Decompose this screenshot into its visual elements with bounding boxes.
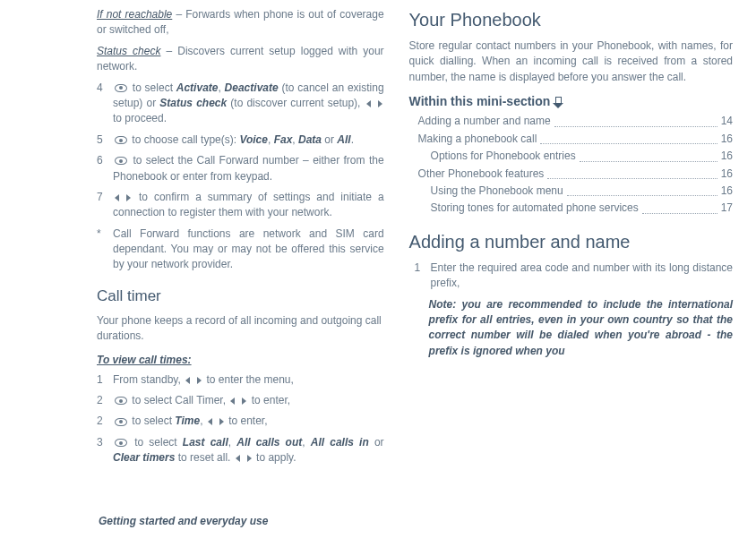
step-text: From standby, to enter the menu,: [113, 372, 384, 388]
step-text: Call Forward functions are network and S…: [113, 226, 384, 273]
step-number: 4: [97, 81, 107, 127]
subheading: To view call times:: [97, 353, 384, 368]
eye-icon: [115, 439, 127, 447]
step-number: 6: [97, 153, 107, 184]
nav-arrows-icon: [115, 193, 131, 202]
toc-entry: Options for Phonebook entries16: [418, 149, 733, 164]
list-item: 1 From standby, to enter the menu,: [97, 372, 384, 388]
list-item: 2 to select Call Timer, to enter,: [97, 393, 384, 408]
step-text: to select Last call, All calls out, All …: [113, 435, 384, 466]
eye-icon: [115, 157, 127, 165]
left-column: If not reachable – Forwards when phone i…: [0, 7, 395, 540]
within-heading: Within this mini-section: [409, 92, 733, 110]
definition-item: Status check – Discovers current setup l…: [97, 44, 384, 75]
step-text: to confirm a summary of settings and ini…: [113, 190, 384, 221]
step-text: to select the Call Forward number – eith…: [113, 153, 384, 184]
eye-icon: [115, 418, 127, 426]
definition-term: Status check: [97, 45, 160, 57]
step-number: 2: [97, 414, 107, 429]
toc-entry: Making a phonebook call16: [418, 132, 733, 147]
step-number: 2: [97, 393, 107, 408]
step-text: to choose call type(s): Voice, Fax, Data…: [113, 132, 384, 148]
step-number: 7: [97, 190, 107, 221]
eye-icon: [115, 397, 127, 405]
paragraph: Store regular contact numbers in your Ph…: [409, 38, 733, 85]
list-item: 4 to select Activate, Deactivate (to can…: [97, 81, 384, 127]
toc-entry: Adding a number and name14: [418, 114, 733, 129]
step-text: to select Call Timer, to enter,: [113, 393, 384, 408]
list-item: 5 to choose call type(s): Voice, Fax, Da…: [97, 132, 384, 148]
step-number: 1: [97, 372, 107, 388]
toc-entry: Storing tones for automated phone servic…: [418, 201, 733, 216]
nav-arrows-icon: [185, 376, 202, 385]
paragraph: Your phone keeps a record of all incomin…: [97, 313, 384, 345]
heading-call-timer: Call timer: [97, 286, 384, 308]
step-text: to select Activate, Deactivate (to cance…: [113, 81, 384, 127]
arrow-down-icon: [554, 97, 562, 108]
page: If not reachable – Forwards when phone i…: [0, 0, 756, 547]
step-text: Enter the required area code and number …: [431, 261, 733, 292]
toc-entry: Using the Phonebook menu16: [418, 184, 733, 199]
list-item: 3 to select Last call, All calls out, Al…: [97, 435, 384, 466]
nav-arrows-icon: [208, 417, 224, 426]
step-number: 5: [97, 132, 107, 148]
right-column: Your Phonebook Store regular contact num…: [395, 7, 738, 540]
list-item: * Call Forward functions are network and…: [97, 226, 384, 273]
eye-icon: [115, 136, 127, 144]
nav-arrows-icon: [236, 454, 252, 463]
step-number: 1: [415, 261, 425, 292]
list-item: 7 to confirm a summary of settings and i…: [97, 190, 384, 221]
eye-icon: [115, 84, 127, 92]
list-item: 1 Enter the required area code and numbe…: [409, 261, 733, 292]
definition-item: If not reachable – Forwards when phone i…: [97, 7, 384, 38]
toc: Adding a number and name14 Making a phon…: [409, 114, 733, 216]
list-item: 6 to select the Call Forward number – ei…: [97, 153, 384, 184]
step-number: *: [97, 226, 107, 273]
list-item: 2 to select Time, to enter,: [97, 414, 384, 429]
definition-term: If not reachable: [97, 8, 172, 21]
page-footer: Getting started and everyday use: [99, 514, 268, 529]
heading-your-phonebook: Your Phonebook: [409, 7, 733, 33]
step-text: to select Time, to enter,: [113, 414, 384, 429]
toc-entry: Other Phonebook features16: [418, 167, 733, 182]
note: Note: you are recommended to include the…: [409, 297, 733, 360]
step-number: 3: [97, 435, 107, 466]
heading-adding-number: Adding a number and name: [409, 229, 733, 255]
nav-arrows-icon: [366, 99, 382, 108]
nav-arrows-icon: [230, 397, 246, 406]
